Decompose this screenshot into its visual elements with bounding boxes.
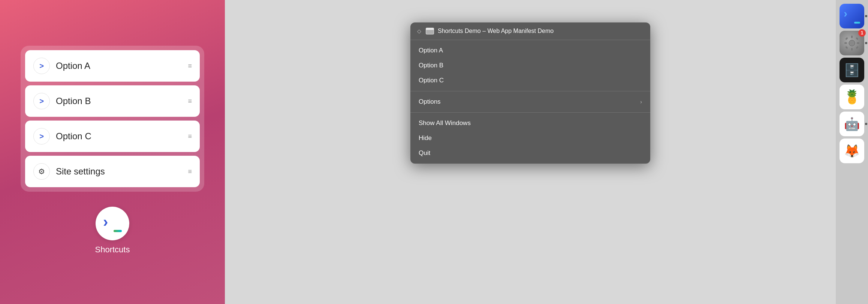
dock-item-shortcuts[interactable]: ›	[840, 4, 864, 28]
prompt-icon-b: >	[39, 97, 44, 106]
ctx-item-hide[interactable]: Hide	[410, 131, 650, 146]
context-menu: ◇ Shortcuts Demo – Web App Manifest Demo…	[410, 22, 650, 164]
ctx-item-options[interactable]: Options ›	[410, 94, 650, 109]
dock-chevron-icon: ›	[844, 7, 847, 19]
shortcuts-app-label: Shortcuts	[95, 245, 130, 255]
ctx-item-quit[interactable]: Quit	[410, 146, 650, 161]
shortcuts-app-icon-wrap[interactable]: › Shortcuts	[95, 207, 130, 255]
dock-bar-decoration	[854, 22, 860, 24]
shortcuts-dock-dot	[865, 15, 867, 17]
shortcuts-dock-icon-inner: ›	[844, 8, 860, 24]
sysprefs-dock-dot	[865, 42, 867, 44]
ctx-section-window-actions: Show All Windows Hide Quit	[410, 112, 650, 164]
svg-rect-6	[856, 37, 859, 40]
svg-rect-7	[845, 46, 848, 49]
prompt-icon-c: >	[39, 132, 44, 141]
svg-rect-5	[845, 37, 848, 40]
app4-dock-dot	[865, 123, 867, 125]
context-menu-title: Shortcuts Demo – Web App Manifest Demo	[438, 28, 554, 34]
svg-rect-2	[851, 48, 853, 51]
ctx-section-options: Options ›	[410, 91, 650, 112]
prompt-icon-a: >	[39, 62, 44, 70]
shortcuts-chevron-icon: ›	[103, 214, 108, 229]
dock-item-fraise[interactable]: 🍍	[840, 85, 864, 109]
dock-item-sysprefs[interactable]: 1	[840, 31, 864, 55]
svg-rect-4	[857, 42, 859, 44]
shortcuts-line-decoration	[114, 230, 122, 232]
dock-item-sequel-pro[interactable]: 🗄️	[840, 58, 864, 82]
left-panel: > Option A ≡ > Option B ≡ > Option C ≡ ⚙	[0, 0, 225, 304]
gear-icon: ⚙	[38, 167, 45, 176]
option-a-icon-circle: >	[33, 58, 50, 74]
fraise-icon: 🍍	[844, 89, 861, 105]
shortcuts-icon-circle: ›	[96, 207, 129, 240]
context-menu-header: ◇ Shortcuts Demo – Web App Manifest Demo	[410, 22, 650, 40]
option-b-label: Option B	[56, 96, 182, 106]
sysprefs-gear-icon	[844, 35, 860, 51]
ctx-section-options-abc: Option A Option B Option C	[410, 40, 650, 91]
app5-icon: 🦊	[844, 143, 860, 158]
menu-item-site-settings[interactable]: ⚙ Site settings ≡	[25, 156, 200, 187]
diamond-icon: ◇	[417, 28, 421, 34]
sequel-pro-icon: 🗄️	[844, 63, 860, 77]
svg-rect-8	[856, 46, 859, 49]
center-area: ◇ Shortcuts Demo – Web App Manifest Demo…	[225, 0, 836, 304]
window-icon	[426, 28, 434, 34]
ctx-item-option-a[interactable]: Option A	[410, 43, 650, 58]
shortcut-menu-container: > Option A ≡ > Option B ≡ > Option C ≡ ⚙	[21, 46, 204, 192]
window-icon-bar	[426, 28, 434, 30]
option-a-label: Option A	[56, 61, 182, 71]
svg-rect-1	[851, 36, 853, 38]
option-c-label: Option C	[56, 131, 182, 142]
site-settings-label: Site settings	[56, 166, 182, 177]
dock-item-app4[interactable]: 🤖	[840, 112, 864, 136]
shortcuts-icon-inner: ›	[102, 213, 123, 234]
option-b-icon-circle: >	[33, 93, 50, 109]
menu-item-option-c[interactable]: > Option C ≡	[25, 121, 200, 152]
drag-handle-settings: ≡	[188, 168, 192, 176]
right-dock: › 1 🗄️ 🍍 🤖	[836, 0, 868, 304]
drag-handle-b: ≡	[188, 97, 192, 105]
drag-handle-a: ≡	[188, 62, 192, 70]
ctx-item-show-all-windows[interactable]: Show All Windows	[410, 116, 650, 131]
option-c-icon-circle: >	[33, 128, 50, 145]
menu-item-option-b[interactable]: > Option B ≡	[25, 85, 200, 117]
app4-icon: 🤖	[844, 116, 860, 131]
dock-item-app5[interactable]: 🦊	[840, 139, 864, 163]
ctx-item-option-b[interactable]: Option B	[410, 58, 650, 73]
svg-rect-3	[844, 42, 847, 44]
svg-point-0	[849, 40, 855, 46]
sysprefs-badge: 1	[858, 29, 866, 37]
ctx-item-option-c[interactable]: Option C	[410, 73, 650, 88]
site-settings-icon-circle: ⚙	[33, 163, 50, 180]
menu-item-option-a[interactable]: > Option A ≡	[25, 50, 200, 82]
drag-handle-c: ≡	[188, 133, 192, 140]
submenu-chevron-icon: ›	[640, 99, 642, 105]
